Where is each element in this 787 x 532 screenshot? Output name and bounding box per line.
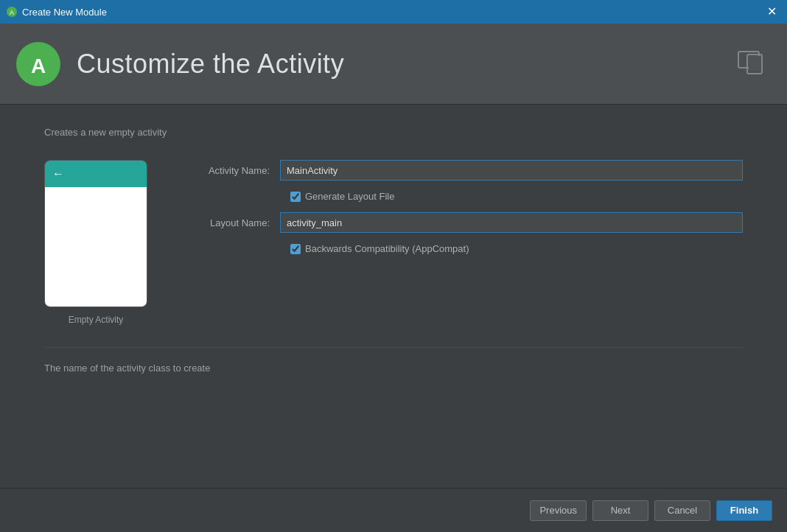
generate-layout-row: Generate Layout File: [290, 191, 743, 202]
app-icon: A: [6, 6, 18, 18]
layout-name-label: Layout Name:: [192, 217, 280, 228]
phone-topbar: ←: [45, 161, 147, 187]
page-header: A Customize the Activity: [0, 24, 787, 105]
phone-body: [45, 187, 147, 307]
svg-text:A: A: [10, 9, 14, 16]
help-text: The name of the activity class to create: [44, 347, 743, 374]
close-button[interactable]: ✕: [763, 4, 781, 19]
cancel-button[interactable]: Cancel: [654, 500, 710, 521]
backwards-compat-row: Backwards Compatibility (AppCompat): [290, 243, 743, 254]
svg-rect-6: [749, 56, 760, 71]
activity-name-input[interactable]: [280, 160, 743, 181]
layout-name-input[interactable]: [280, 212, 743, 233]
content-area: Creates a new empty activity ← Empty Act…: [0, 105, 787, 488]
previous-button[interactable]: Previous: [530, 500, 587, 521]
form-area: Activity Name: Generate Layout File Layo…: [192, 160, 743, 265]
title-bar-title: Create New Module: [22, 7, 107, 18]
footer: Previous Next Cancel Finish: [0, 488, 787, 532]
phone-preview: ← Empty Activity: [44, 160, 147, 325]
preview-icon: [737, 49, 772, 80]
generate-layout-label[interactable]: Generate Layout File: [305, 191, 394, 202]
generate-layout-checkbox[interactable]: [290, 192, 301, 202]
back-arrow-icon: ←: [52, 167, 64, 181]
svg-text:A: A: [31, 55, 46, 77]
title-bar: A Create New Module ✕: [0, 0, 787, 24]
page-title: Customize the Activity: [77, 49, 344, 80]
phone-frame: ←: [44, 160, 147, 307]
activity-description: Creates a new empty activity: [44, 127, 743, 138]
android-logo: A: [15, 41, 62, 88]
activity-name-label: Activity Name:: [192, 165, 280, 176]
activity-name-row: Activity Name:: [192, 160, 743, 181]
backwards-compat-checkbox[interactable]: [290, 244, 301, 254]
backwards-compat-label[interactable]: Backwards Compatibility (AppCompat): [305, 243, 469, 254]
phone-label: Empty Activity: [69, 315, 124, 325]
next-button[interactable]: Next: [592, 500, 648, 521]
title-bar-left: A Create New Module: [6, 6, 107, 18]
finish-button[interactable]: Finish: [716, 500, 772, 521]
main-area: ← Empty Activity Activity Name: Generate…: [44, 160, 743, 325]
layout-name-row: Layout Name:: [192, 212, 743, 233]
